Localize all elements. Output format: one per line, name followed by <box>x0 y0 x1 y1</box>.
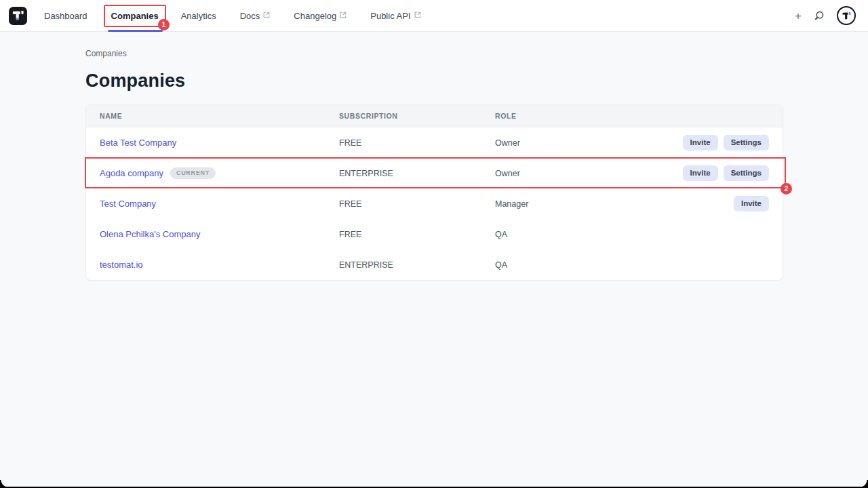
external-link-icon <box>340 12 347 18</box>
nav-label: Changelog <box>294 11 336 21</box>
external-link-icon <box>414 12 421 18</box>
table-row: Test Company FREE Manager Invite <box>86 188 783 219</box>
row-actions: Invite Settings <box>683 165 769 182</box>
top-navigation-bar: Dashboard Companies 1 Analytics Docs Cha… <box>0 0 868 32</box>
nav-item-public-api[interactable]: Public API <box>369 0 422 32</box>
company-name-cell: Olena Pchilka's Company <box>100 229 339 239</box>
nav-label: Docs <box>240 11 260 21</box>
invite-button[interactable]: Invite <box>683 165 718 182</box>
companies-table: Name Subscription Role Beta Test Company… <box>85 104 783 281</box>
nav-item-changelog[interactable]: Changelog <box>292 0 348 32</box>
screen-corner-artifact <box>0 480 8 488</box>
column-header-name: Name <box>100 112 339 120</box>
role-value: Manager <box>495 199 734 209</box>
nav-item-companies[interactable]: Companies 1 <box>110 0 160 32</box>
nav-label: Companies <box>111 11 159 21</box>
user-avatar[interactable] <box>837 6 856 25</box>
table-row: testomat.io ENTERPRISE QA <box>86 249 783 280</box>
settings-button[interactable]: Settings <box>724 165 769 182</box>
nav-right-actions: + <box>795 6 860 25</box>
annotation-badge-1: 1 <box>158 19 170 30</box>
company-name-cell: Beta Test Company <box>100 138 339 148</box>
main-content: Companies Companies Name Subscription Ro… <box>0 32 868 281</box>
subscription-value: FREE <box>339 230 495 239</box>
row-actions: Invite <box>734 196 769 212</box>
nav-label: Public API <box>370 11 410 21</box>
nav-item-docs[interactable]: Docs <box>239 0 272 32</box>
column-header-subscription: Subscription <box>339 112 495 120</box>
table-header-row: Name Subscription Role <box>86 105 783 127</box>
active-tab-underline <box>108 30 163 32</box>
company-link[interactable]: Olena Pchilka's Company <box>100 229 200 239</box>
nav-item-dashboard[interactable]: Dashboard <box>43 0 89 32</box>
company-link[interactable]: Agoda company <box>100 168 163 178</box>
column-header-role: Role <box>495 112 769 120</box>
role-value: Owner <box>495 169 683 178</box>
page-title: Companies <box>85 70 868 92</box>
current-badge: CURRENT <box>170 167 216 179</box>
company-name-cell: testomat.io <box>100 260 339 270</box>
table-row: Olena Pchilka's Company FREE QA <box>86 219 783 249</box>
subscription-value: ENTERPRISE <box>339 260 495 270</box>
nav-label: Analytics <box>181 11 216 21</box>
company-link[interactable]: Beta Test Company <box>100 138 176 148</box>
plus-icon[interactable]: + <box>795 10 802 22</box>
table-row: Beta Test Company FREE Owner Invite Sett… <box>86 127 783 158</box>
role-value: Owner <box>495 138 683 148</box>
invite-button[interactable]: Invite <box>683 135 718 151</box>
company-name-cell: Agoda company CURRENT <box>100 167 339 179</box>
subscription-value: FREE <box>339 138 495 148</box>
nav-label: Dashboard <box>44 11 87 21</box>
row-actions: Invite Settings <box>683 135 769 151</box>
search-icon[interactable] <box>813 9 825 22</box>
company-name-cell: Test Company <box>100 199 339 209</box>
external-link-icon <box>263 12 270 18</box>
breadcrumb[interactable]: Companies <box>85 49 127 58</box>
settings-button[interactable]: Settings <box>724 135 769 151</box>
subscription-value: ENTERPRISE <box>339 169 495 178</box>
subscription-value: FREE <box>339 199 495 209</box>
app-logo-icon[interactable] <box>9 7 27 25</box>
nav-item-analytics[interactable]: Analytics <box>180 0 218 32</box>
company-link[interactable]: Test Company <box>100 199 156 209</box>
invite-button[interactable]: Invite <box>734 196 769 212</box>
company-link[interactable]: testomat.io <box>100 260 143 270</box>
role-value: QA <box>495 230 769 239</box>
screen-corner-artifact <box>860 480 868 488</box>
main-nav: Dashboard Companies 1 Analytics Docs Cha… <box>43 0 443 32</box>
role-value: QA <box>495 260 769 270</box>
table-row-current: Agoda company CURRENT ENTERPRISE Owner I… <box>86 158 783 188</box>
